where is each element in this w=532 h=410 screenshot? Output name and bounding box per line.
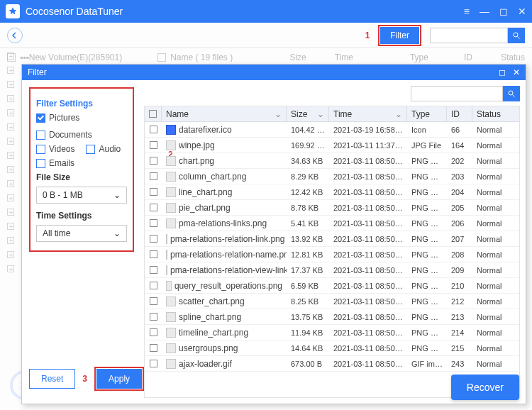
row-checkbox[interactable]: [145, 344, 162, 352]
time-settings-heading: Time Settings: [36, 211, 127, 221]
col-time[interactable]: Time⌄: [329, 106, 407, 121]
cell-id: 215: [447, 344, 472, 353]
cell-type: PNG File: [407, 297, 447, 306]
window-maximize-icon[interactable]: ◻: [499, 6, 508, 17]
cell-id: 210: [447, 282, 472, 290]
row-checkbox[interactable]: [145, 235, 162, 243]
table-row[interactable]: line_chart.png12.42 KB2021-03-11 08:50:2…: [145, 184, 519, 200]
cell-name: line_chart.png: [162, 187, 287, 197]
cell-size: 14.64 KB: [287, 344, 329, 353]
row-checkbox[interactable]: [145, 219, 162, 227]
file-icon: [166, 265, 167, 275]
table-row[interactable]: usergroups.png14.64 KB2021-03-11 08:50:2…: [145, 340, 519, 356]
filter-dialog: Filter ◻ ✕ Filter Settings Pictures Docu…: [21, 64, 526, 404]
file-icon: [166, 172, 176, 182]
row-checkbox[interactable]: [145, 141, 162, 149]
file-icon: [166, 203, 176, 213]
table-row[interactable]: ajax-loader.gif673.00 B2021-03-11 08:50:…: [145, 356, 519, 372]
row-checkbox[interactable]: [145, 297, 162, 305]
cell-time: 2021-03-11 08:50:25: [329, 219, 407, 228]
col-type[interactable]: Type: [407, 106, 447, 121]
cell-name: pma-relations-relation-link.png: [162, 234, 287, 244]
cell-status: Normal: [472, 313, 508, 321]
chevron-down-icon: ⌄: [113, 228, 121, 238]
row-checkbox[interactable]: [145, 204, 162, 211]
file-size-select[interactable]: 0 B - 1 MB ⌄: [36, 187, 127, 204]
cell-name: timeline_chart.png: [162, 328, 287, 338]
window-minimize-icon[interactable]: —: [480, 6, 489, 17]
dialog-close-icon[interactable]: ✕: [513, 67, 520, 77]
top-search-input[interactable]: [430, 28, 508, 43]
row-checkbox[interactable]: [145, 250, 162, 258]
col-id[interactable]: ID: [447, 106, 472, 121]
checkbox-audio[interactable]: Audio: [86, 144, 121, 154]
select-all-checkbox[interactable]: [145, 106, 162, 121]
cell-time: 2021-03-11 08:50:25: [329, 188, 407, 196]
row-checkbox[interactable]: [145, 157, 162, 165]
table-row[interactable]: timeline_chart.png11.94 KB2021-03-11 08:…: [145, 325, 519, 340]
back-button[interactable]: [7, 28, 23, 43]
recover-button[interactable]: Recover: [451, 375, 519, 400]
table-row[interactable]: datarefixer.ico104.42 KB2021-03-19 16:58…: [145, 122, 519, 138]
cell-name: scatter_chart.png: [162, 297, 287, 306]
file-icon: [166, 187, 176, 197]
dialog-maximize-icon[interactable]: ◻: [499, 67, 506, 77]
top-search-go[interactable]: [508, 28, 525, 43]
cell-name: spline_chart.png: [162, 312, 287, 322]
col-size[interactable]: Size⌄: [287, 106, 329, 121]
svg-line-1: [518, 36, 520, 38]
cell-time: 2021-03-11 08:50:25: [329, 250, 407, 259]
row-checkbox[interactable]: [145, 126, 162, 133]
cell-type: PNG File: [407, 204, 447, 212]
checkbox-emails[interactable]: Emails: [36, 158, 74, 168]
apply-button[interactable]: Apply: [96, 369, 142, 389]
filter-button[interactable]: Filter: [380, 27, 419, 44]
table-row[interactable]: pma-relations-relation-name.png12.81 KB2…: [145, 247, 519, 262]
table-row[interactable]: pma-relations-links.png5.41 KB2021-03-11…: [145, 216, 519, 231]
cell-size: 12.81 KB: [287, 250, 329, 259]
dialog-search-go[interactable]: [503, 86, 520, 101]
svg-point-2: [509, 91, 513, 95]
table-row[interactable]: pma-relations-relation-link.png13.92 KB2…: [145, 231, 519, 247]
checkbox-documents[interactable]: Documents: [36, 130, 92, 140]
file-grid[interactable]: Name⌄ Size⌄ Time⌄ Type ID Status dataref…: [145, 106, 519, 397]
window-close-icon[interactable]: ✕: [518, 6, 526, 17]
cell-status: Normal: [472, 266, 508, 275]
table-row[interactable]: pma-relations-relation-view-link.png17.3…: [145, 262, 519, 278]
table-row[interactable]: spline_chart.png13.75 KB2021-03-11 08:50…: [145, 309, 519, 325]
cell-type: GIF image: [407, 360, 447, 368]
table-row[interactable]: query_result_operations.png6.59 KB2021-0…: [145, 278, 519, 294]
svg-line-3: [513, 95, 515, 97]
col-name[interactable]: Name⌄: [162, 106, 287, 121]
row-checkbox[interactable]: [145, 172, 162, 180]
reset-button[interactable]: Reset: [29, 369, 75, 389]
cell-type: PNG File: [407, 250, 447, 259]
row-checkbox[interactable]: [145, 360, 162, 367]
row-checkbox[interactable]: [145, 282, 162, 289]
cell-status: Normal: [472, 172, 508, 181]
cell-size: 11.94 KB: [287, 328, 329, 337]
apply-button-highlight: Apply: [94, 367, 144, 391]
row-checkbox[interactable]: [145, 313, 162, 321]
window-menu-icon[interactable]: ≡: [464, 6, 470, 17]
time-select[interactable]: All time ⌄: [36, 225, 127, 242]
dialog-search-input[interactable]: [411, 86, 503, 101]
table-row[interactable]: pie_chart.png8.78 KB2021-03-11 08:50:25P…: [145, 200, 519, 216]
table-row[interactable]: chart.png34.63 KB2021-03-11 08:50:25PNG …: [145, 153, 519, 169]
checkbox-pictures[interactable]: Pictures: [36, 113, 79, 123]
table-row[interactable]: winpe.jpg169.92 KB2021-03-11 11:37:05JPG…: [145, 138, 519, 153]
cell-size: 5.41 KB: [287, 219, 329, 228]
row-checkbox[interactable]: [145, 328, 162, 336]
row-checkbox[interactable]: [145, 266, 162, 274]
row-checkbox[interactable]: [145, 188, 162, 196]
cell-size: 17.37 KB: [287, 266, 329, 275]
cell-type: PNG File: [407, 188, 447, 196]
filter-settings-highlight: Filter Settings Pictures Documents Video…: [29, 87, 134, 252]
cell-type: PNG File: [407, 235, 447, 243]
table-row[interactable]: column_chart.png8.29 KB2021-03-11 08:50:…: [145, 169, 519, 184]
file-icon: [166, 297, 176, 306]
file-icon: [166, 359, 176, 369]
checkbox-videos[interactable]: Videos: [36, 144, 74, 154]
table-row[interactable]: scatter_chart.png8.25 KB2021-03-11 08:50…: [145, 294, 519, 309]
col-status[interactable]: Status: [472, 106, 508, 121]
